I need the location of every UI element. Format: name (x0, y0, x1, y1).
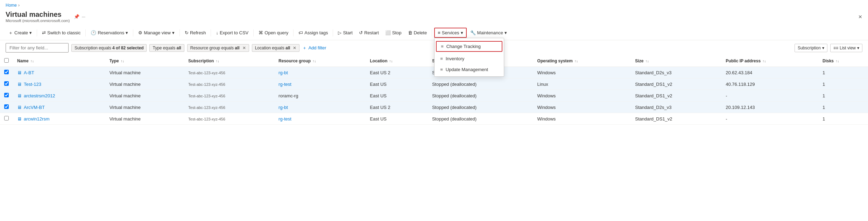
row-subscription: Test-abc-123-xyz-456 (184, 78, 274, 90)
list-icon: ≡ (438, 30, 440, 35)
resource-group-filter-close[interactable]: ✕ (242, 46, 246, 50)
sort-icon-ip[interactable]: ↑↓ (762, 59, 766, 63)
row-subscription: Test-abc-123-xyz-456 (184, 67, 274, 78)
rg-link[interactable]: rg-test (278, 82, 291, 87)
row-status: Stopped (deallocated) (428, 78, 533, 90)
sort-icon-disks[interactable]: ↑↓ (835, 59, 839, 63)
settings-icon: ⚙ (138, 30, 142, 35)
row-checkbox[interactable] (4, 70, 9, 74)
vm-name-link[interactable]: Test-123 (24, 82, 41, 87)
sort-icon-name[interactable]: ↑↓ (30, 59, 34, 63)
table-row: 🖥 arctestrsm2012 Virtual machine Test-ab… (0, 90, 868, 102)
row-subscription: Test-abc-123-xyz-456 (184, 102, 274, 113)
row-size: Standard_DS1_v2 (631, 78, 721, 90)
stop-icon: ⬜ (385, 30, 391, 35)
sort-icon-sub[interactable]: ↑↓ (216, 59, 219, 63)
delete-icon: 🗑 (408, 30, 412, 35)
filter-input[interactable] (6, 43, 69, 53)
maintenance-button[interactable]: 🔧 Maintenance ▾ (467, 28, 510, 37)
play-icon: ▷ (338, 30, 341, 35)
row-resource-group: roramc-rg (274, 90, 366, 102)
row-resource-group: rg-test (274, 78, 366, 90)
toolbar-separator-5 (211, 29, 211, 36)
services-button[interactable]: ≡ Services ▾ (434, 28, 466, 38)
start-button[interactable]: ▷ Start (335, 28, 355, 37)
select-all-header[interactable] (0, 55, 13, 67)
sort-icon-type[interactable]: ↑↓ (121, 59, 124, 63)
row-checkbox[interactable] (4, 81, 9, 86)
chevron-down-sub: ▾ (822, 46, 824, 50)
rg-link[interactable]: rg-test (278, 116, 291, 122)
download-icon: ↓ (216, 30, 218, 35)
row-ip: 20.109.12.143 (721, 102, 818, 113)
table-row: 🖥 ArcVM-BT Virtual machine Test-abc-123-… (0, 102, 868, 113)
manage-view-button[interactable]: ⚙ Manage view ▾ (135, 28, 177, 37)
row-os: Windows (533, 67, 631, 78)
refresh-button[interactable]: ↻ Refresh (182, 28, 209, 37)
sort-icon-loc[interactable]: ↑↓ (389, 59, 393, 63)
reservations-button[interactable]: 🕐 Reservations ▾ (88, 28, 131, 37)
col-header-type: Type ↑↓ (105, 55, 184, 67)
row-name: 🖥 ArcVM-BT (13, 102, 105, 113)
assign-tags-button[interactable]: 🏷 Assign tags (296, 28, 331, 37)
sort-icon-size[interactable]: ↑↓ (645, 59, 649, 63)
sort-icon-os[interactable]: ↑↓ (574, 59, 578, 63)
toolbar-separator-1 (37, 29, 37, 36)
row-size: Standard_D2s_v3 (631, 67, 721, 78)
open-query-button[interactable]: ⌘ Open query (256, 28, 291, 37)
sort-icon-rg[interactable]: ↑↓ (312, 59, 316, 63)
row-checkbox[interactable] (4, 116, 9, 120)
update-management-item[interactable]: ≡ Update Management (435, 64, 504, 75)
export-csv-button[interactable]: ↓ Export to CSV (213, 28, 251, 37)
resource-group-filter-tag: Resource group equals all ✕ (187, 44, 249, 52)
vm-icon: 🖥 (17, 82, 22, 87)
breadcrumb-home[interactable]: Home (6, 3, 17, 8)
wrench-icon: 🔧 (470, 30, 476, 35)
toolbar-separator-9 (432, 29, 432, 36)
col-header-size: Size ↑↓ (631, 55, 721, 67)
row-type: Virtual machine (105, 113, 184, 125)
row-checkbox-cell (0, 90, 13, 102)
select-all-checkbox[interactable] (4, 58, 9, 63)
pin-icon[interactable]: 📌 (74, 14, 79, 19)
switch-classic-button[interactable]: ⇄ Switch to classic (39, 28, 83, 37)
vm-name-link[interactable]: A-BT (24, 70, 34, 75)
toolbar-separator-4 (179, 29, 180, 36)
restart-icon: ↺ (359, 30, 363, 35)
list-icon-ct: ≡ (441, 44, 444, 49)
row-type: Virtual machine (105, 90, 184, 102)
add-filter-button[interactable]: ＋ Add filter (302, 45, 326, 51)
rg-link[interactable]: rg-bt (278, 105, 288, 110)
col-header-name: Name ↑↓ (13, 55, 105, 67)
more-icon[interactable]: ··· (82, 14, 85, 19)
row-type: Virtual machine (105, 102, 184, 113)
chevron-down-icon-services: ▾ (461, 30, 463, 35)
col-header-resource-group: Resource group ↑↓ (274, 55, 366, 67)
row-checkbox[interactable] (4, 93, 9, 97)
refresh-icon: ↻ (185, 30, 189, 35)
row-size: Standard_D2s_v3 (631, 102, 721, 113)
list-view-dropdown[interactable]: ≡≡ List view ▾ (830, 44, 862, 52)
row-checkbox[interactable] (4, 104, 9, 109)
chevron-down-list: ▾ (857, 46, 859, 50)
row-disks: 1 (818, 113, 868, 125)
row-resource-group: rg-bt (274, 102, 366, 113)
plus-icon: ＋ (8, 30, 13, 36)
restart-button[interactable]: ↺ Restart (356, 28, 382, 37)
rg-link[interactable]: rg-bt (278, 70, 288, 75)
page-title: Virtual machines (6, 11, 70, 19)
row-location: East US (366, 90, 428, 102)
location-filter-close[interactable]: ✕ (293, 46, 296, 50)
delete-button[interactable]: 🗑 Delete (405, 28, 430, 37)
breadcrumb: Home › (0, 0, 868, 9)
vm-name-link[interactable]: ArcVM-BT (24, 105, 45, 110)
vm-name-link[interactable]: arctestrsm2012 (24, 93, 55, 98)
vm-name-link[interactable]: arcwin12rsm (24, 116, 50, 122)
subscription-dropdown[interactable]: Subscription ▾ (795, 44, 827, 52)
close-button[interactable]: ✕ (858, 14, 862, 20)
inventory-item[interactable]: ≡ Inventory (435, 53, 504, 64)
stop-button[interactable]: ⬜ Stop (382, 28, 404, 37)
change-tracking-item[interactable]: ≡ Change Tracking (436, 41, 502, 52)
create-button[interactable]: ＋ Create ▾ (6, 28, 35, 38)
toolbar-separator-3 (133, 29, 133, 36)
